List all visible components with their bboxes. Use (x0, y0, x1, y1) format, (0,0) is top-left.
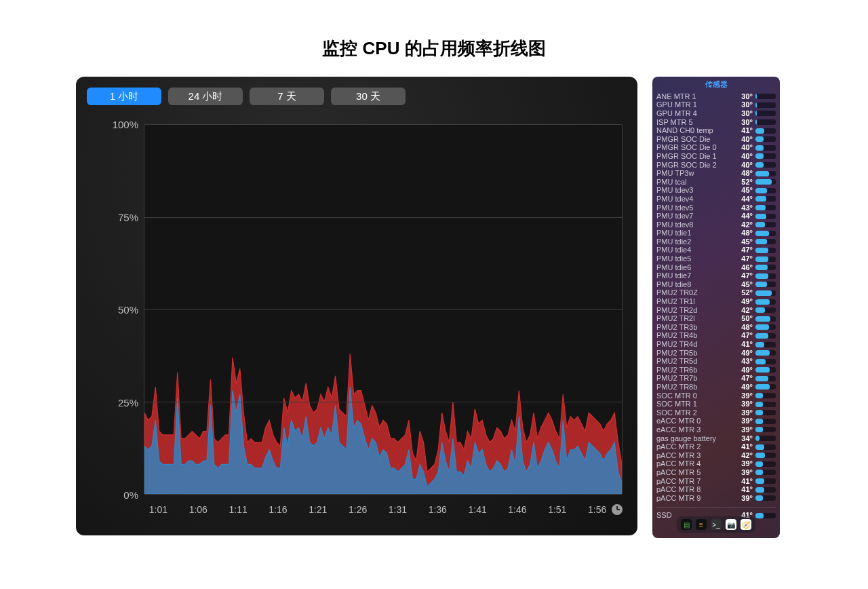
sensor-row: pACC MTR 342° (656, 451, 776, 460)
sensor-temp: 39° (734, 409, 753, 417)
sensor-row: pACC MTR 539° (656, 468, 776, 477)
sensor-temp: 45° (734, 238, 753, 246)
sensor-name: NAND CH0 temp (656, 127, 731, 134)
x-axis-label: 1:46 (508, 504, 526, 515)
sensor-temp: 45° (734, 281, 753, 288)
sensor-row: pACC MTR 741° (656, 477, 776, 486)
sensor-temp: 41° (734, 127, 753, 134)
sensor-row: PMU2 TR1l49° (656, 297, 776, 306)
sensor-row: pACC MTR 841° (656, 485, 776, 494)
temp-bar (755, 282, 776, 287)
temp-bar (755, 324, 776, 330)
sensor-temp: 45° (734, 187, 753, 194)
sensor-row: PMU tcal52° (656, 178, 776, 187)
sensor-name: PMU TP3w (656, 170, 731, 177)
sensor-row: PMU2 TR2d42° (656, 306, 776, 315)
sensor-name: PMU2 TR5d (656, 358, 731, 365)
sensor-row: PMU2 TR4d41° (656, 340, 776, 349)
sensor-temp: 47° (734, 246, 753, 254)
range-tab-3[interactable]: 30 天 (331, 88, 406, 105)
temp-bar (755, 205, 776, 210)
sensor-temp: 30° (734, 110, 753, 117)
y-axis-label: 50% (104, 304, 138, 316)
temp-bar (755, 111, 776, 116)
range-tab-2[interactable]: 7 天 (250, 88, 324, 105)
sensor-name: PMU2 TR5b (656, 349, 731, 357)
sensor-name: pACC MTR 5 (656, 469, 731, 476)
temp-bar (755, 231, 776, 236)
sensor-row: gas gauge battery34° (656, 434, 776, 443)
sensor-temp: 52° (734, 178, 753, 186)
temp-bar (755, 436, 776, 441)
sensor-row: PMU tdie447° (656, 246, 776, 255)
sensor-row: PMGR SOC Die40° (656, 135, 776, 144)
sensor-temp: 47° (734, 375, 753, 382)
dock-terminal-icon[interactable]: >_ (711, 519, 722, 530)
clock-icon (612, 504, 623, 515)
sensor-name: PMU2 TR7b (656, 375, 731, 382)
sensor-temp: 44° (734, 212, 753, 220)
sensor-name: pACC MTR 8 (656, 486, 731, 493)
sensor-temp: 39° (734, 417, 753, 425)
sensor-name: pACC MTR 3 (656, 452, 731, 459)
temp-bar (755, 419, 776, 424)
sensor-temp: 47° (734, 272, 753, 280)
range-tab-0[interactable]: 1 小时 (87, 88, 161, 105)
temp-bar (755, 513, 776, 518)
temp-bar (755, 256, 776, 262)
sensor-name: PMU tdev8 (656, 221, 731, 229)
dock-temps-icon[interactable]: ≡ (696, 519, 707, 530)
sensor-temp: 41° (734, 478, 753, 485)
sensor-name: pACC MTR 9 (656, 495, 731, 502)
y-axis-label: 75% (104, 211, 138, 223)
temp-bar (755, 162, 776, 168)
temp-bar (755, 487, 776, 493)
sensor-name: PMU tdev7 (656, 212, 731, 220)
dock-activity-monitor-icon[interactable]: ▤ (681, 519, 692, 530)
temp-bar (755, 444, 776, 450)
sensor-row: eACC MTR 339° (656, 425, 776, 434)
sensor-temp: 49° (734, 366, 753, 374)
sensor-name: PMU tdev5 (656, 204, 731, 212)
sensor-name: PMU2 TR4b (656, 332, 731, 339)
temp-bar (755, 299, 776, 305)
sensor-panel: 传感器 ANE MTR 130°GPU MTR 130°GPU MTR 430°… (652, 77, 780, 538)
temp-bar (755, 265, 776, 270)
range-tab-1[interactable]: 24 小时 (168, 88, 243, 105)
sensor-row: SOC MTR 039° (656, 392, 776, 400)
x-axis-label: 1:11 (229, 504, 247, 515)
chart-plot-area[interactable] (144, 124, 623, 495)
sensor-temp: 39° (734, 495, 753, 502)
x-axis-label: 1:56 (588, 504, 606, 515)
sensor-temp: 41° (734, 341, 753, 348)
temp-bar (755, 136, 776, 142)
sensor-temp: 47° (734, 255, 753, 263)
temp-bar (755, 376, 776, 381)
dock: ▤≡>_📷🧭 (677, 516, 755, 533)
dock-safari-icon[interactable]: 🧭 (741, 519, 751, 530)
sensor-temp: 40° (734, 144, 753, 151)
sensor-temp: 48° (734, 324, 753, 331)
sensor-name: PMU tdev4 (656, 195, 731, 203)
sensor-temp: 39° (734, 460, 753, 468)
temp-bar (755, 478, 776, 484)
sensor-name: gas gauge battery (656, 435, 731, 442)
sensor-name: PMU tcal (656, 178, 731, 186)
chart-panel: 1 小时24 小时7 天30 天 100%75%50%25%0% 1:011:0… (76, 77, 637, 535)
temp-bar (755, 239, 776, 244)
sensor-name: PMU tdie7 (656, 272, 731, 280)
sensor-row: ANE MTR 130° (656, 92, 776, 101)
sensor-name: PMU2 TR0Z (656, 289, 731, 297)
temp-bar (755, 188, 776, 193)
temp-bar (755, 307, 776, 313)
temp-bar (755, 410, 776, 415)
sensor-temp: 30° (734, 119, 753, 126)
sensor-row: eACC MTR 039° (656, 417, 776, 426)
temp-bar (755, 119, 776, 125)
temp-bar (755, 94, 776, 99)
sensor-name: pACC MTR 2 (656, 443, 731, 451)
dock-camera-icon[interactable]: 📷 (726, 519, 736, 530)
temp-bar (755, 427, 776, 432)
temp-bar (755, 495, 776, 501)
sensor-row: PMU tdev444° (656, 195, 776, 204)
